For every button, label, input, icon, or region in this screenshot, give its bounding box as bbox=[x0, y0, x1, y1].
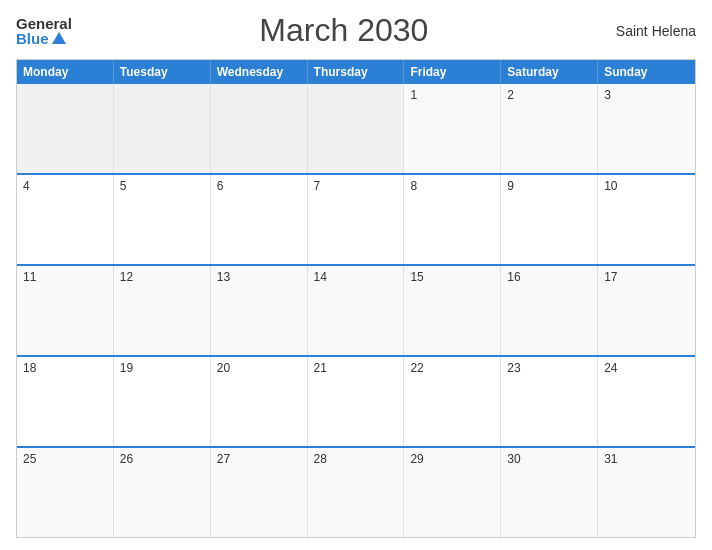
cell-30: 30 bbox=[501, 448, 598, 537]
cell-20: 20 bbox=[211, 357, 308, 446]
calendar-week-5: 25 26 27 28 29 30 31 bbox=[17, 446, 695, 537]
calendar-week-1: 1 2 3 bbox=[17, 84, 695, 173]
cell-27: 27 bbox=[211, 448, 308, 537]
calendar-week-3: 11 12 13 14 15 16 17 bbox=[17, 264, 695, 355]
location-label: Saint Helena bbox=[616, 23, 696, 39]
cell-empty bbox=[308, 84, 405, 173]
header: General Blue March 2030 Saint Helena bbox=[16, 12, 696, 49]
cell-19: 19 bbox=[114, 357, 211, 446]
cell-16: 16 bbox=[501, 266, 598, 355]
header-monday: Monday bbox=[17, 60, 114, 84]
cell-10: 10 bbox=[598, 175, 695, 264]
logo-general-text: General bbox=[16, 16, 72, 31]
cell-empty bbox=[114, 84, 211, 173]
calendar-week-2: 4 5 6 7 8 9 10 bbox=[17, 173, 695, 264]
cell-empty bbox=[211, 84, 308, 173]
cell-31: 31 bbox=[598, 448, 695, 537]
header-tuesday: Tuesday bbox=[114, 60, 211, 84]
cell-9: 9 bbox=[501, 175, 598, 264]
cell-7: 7 bbox=[308, 175, 405, 264]
logo: General Blue bbox=[16, 16, 72, 46]
cell-28: 28 bbox=[308, 448, 405, 537]
cell-5: 5 bbox=[114, 175, 211, 264]
calendar-body: 1 2 3 4 5 6 7 8 9 10 11 12 13 14 15 16 bbox=[17, 84, 695, 537]
cell-11: 11 bbox=[17, 266, 114, 355]
header-friday: Friday bbox=[404, 60, 501, 84]
cell-23: 23 bbox=[501, 357, 598, 446]
cell-26: 26 bbox=[114, 448, 211, 537]
cell-18: 18 bbox=[17, 357, 114, 446]
cell-13: 13 bbox=[211, 266, 308, 355]
cell-4: 4 bbox=[17, 175, 114, 264]
page: General Blue March 2030 Saint Helena Mon… bbox=[0, 0, 712, 550]
cell-12: 12 bbox=[114, 266, 211, 355]
calendar-week-4: 18 19 20 21 22 23 24 bbox=[17, 355, 695, 446]
cell-1: 1 bbox=[404, 84, 501, 173]
cell-24: 24 bbox=[598, 357, 695, 446]
logo-triangle-icon bbox=[52, 32, 66, 44]
calendar: Monday Tuesday Wednesday Thursday Friday… bbox=[16, 59, 696, 538]
logo-blue-text: Blue bbox=[16, 31, 66, 46]
header-thursday: Thursday bbox=[308, 60, 405, 84]
cell-6: 6 bbox=[211, 175, 308, 264]
calendar-title: March 2030 bbox=[259, 12, 428, 49]
cell-17: 17 bbox=[598, 266, 695, 355]
cell-14: 14 bbox=[308, 266, 405, 355]
cell-3: 3 bbox=[598, 84, 695, 173]
cell-25: 25 bbox=[17, 448, 114, 537]
logo-blue-word: Blue bbox=[16, 31, 49, 46]
calendar-header: Monday Tuesday Wednesday Thursday Friday… bbox=[17, 60, 695, 84]
cell-15: 15 bbox=[404, 266, 501, 355]
header-wednesday: Wednesday bbox=[211, 60, 308, 84]
cell-2: 2 bbox=[501, 84, 598, 173]
cell-29: 29 bbox=[404, 448, 501, 537]
cell-21: 21 bbox=[308, 357, 405, 446]
cell-8: 8 bbox=[404, 175, 501, 264]
cell-22: 22 bbox=[404, 357, 501, 446]
header-saturday: Saturday bbox=[501, 60, 598, 84]
cell-empty bbox=[17, 84, 114, 173]
header-sunday: Sunday bbox=[598, 60, 695, 84]
